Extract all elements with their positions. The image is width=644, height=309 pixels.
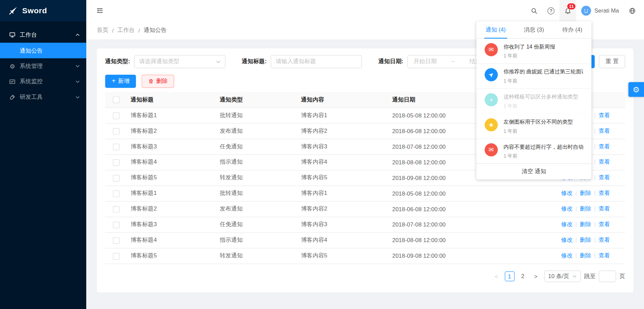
sidebar-item-notice[interactable]: 通知公告	[0, 43, 86, 58]
cell-date: 2018-08-08 12:00:00	[389, 232, 558, 248]
sidebar-item-dev-tools[interactable]: 研发工具	[0, 90, 86, 105]
row-checkbox[interactable]	[113, 190, 120, 197]
row-checkbox[interactable]	[113, 253, 120, 259]
column-content: 通知内容	[298, 92, 389, 108]
user-menu[interactable]: Serati Ma	[576, 0, 624, 21]
app-root: Sword 工作台 通知公告 ⚙ 系统管理 系统监	[0, 0, 644, 309]
breadcrumb-current: 通知公告	[144, 27, 167, 34]
table-row: 博客标题2 发布通知 博客内容2 2018-06-08 12:00:00 修改|…	[105, 201, 625, 217]
row-action-view[interactable]: 查看	[598, 112, 610, 118]
select-all-checkbox[interactable]	[113, 97, 120, 103]
tab-notifications[interactable]: 通知 (4)	[477, 21, 515, 38]
theme-settings-button[interactable]: ⚙	[628, 82, 644, 97]
cell-content: 博客内容1	[298, 186, 389, 201]
table-row: 博客标题3 任免通知 博客内容3 2018-07-08 12:00:00 修改|…	[105, 217, 625, 232]
next-page-button[interactable]: >	[531, 271, 541, 281]
add-button[interactable]: + 新增	[105, 75, 136, 88]
breadcrumb-home[interactable]: 首页	[97, 27, 108, 34]
tab-todos[interactable]: 待办 (4)	[553, 21, 591, 38]
menu-fold-icon[interactable]	[96, 7, 104, 15]
notification-item[interactable]: ➤ 你推荐的 曲妮妮 已通过第三轮面试 1 年前	[477, 63, 592, 89]
notification-tabs: 通知 (4) 消息 (3) 待办 (4)	[477, 21, 592, 39]
row-checkbox[interactable]	[113, 112, 120, 119]
action-divider: |	[575, 236, 577, 243]
row-checkbox[interactable]	[113, 206, 120, 213]
row-action-view[interactable]: 查看	[598, 252, 610, 258]
row-action-edit[interactable]: 修改	[561, 236, 573, 243]
notification-title: 你收到了 14 份新周报	[503, 43, 555, 51]
row-checkbox[interactable]	[113, 237, 120, 243]
notification-item[interactable]: ★ 左侧图标用于区分不同的类型 1 年前	[477, 114, 592, 139]
reset-button[interactable]: 重 置	[599, 55, 625, 68]
cell-title: 博客标题4	[127, 232, 216, 248]
logo[interactable]: Sword	[0, 0, 86, 21]
row-action-delete[interactable]: 删除	[580, 221, 591, 228]
action-divider: |	[594, 127, 595, 134]
cell-title: 博客标题3	[127, 139, 216, 154]
help-icon[interactable]: ?	[542, 0, 559, 21]
sidebar-item-workbench[interactable]: 工作台	[0, 27, 86, 43]
breadcrumb-separator: /	[112, 27, 114, 34]
cell-type: 发布通知	[216, 201, 298, 217]
page-size-select[interactable]: 10 条/页	[544, 270, 581, 282]
row-checkbox[interactable]	[113, 144, 120, 150]
row-action-view[interactable]: 查看	[598, 143, 610, 149]
row-action-edit[interactable]: 修改	[561, 190, 573, 196]
row-checkbox[interactable]	[113, 222, 120, 228]
cell-title: 博客标题5	[127, 248, 216, 263]
row-action-edit[interactable]: 修改	[561, 252, 573, 258]
action-divider: |	[594, 174, 595, 181]
row-action-edit[interactable]: 修改	[561, 221, 573, 228]
cell-type: 转发通知	[216, 248, 298, 263]
row-action-view[interactable]: 查看	[598, 190, 610, 196]
sidebar-item-system-monitor[interactable]: 系统监控	[0, 74, 86, 90]
row-checkbox[interactable]	[113, 175, 120, 181]
clear-notifications-button[interactable]: 清空 通知	[477, 163, 592, 179]
row-action-view[interactable]: 查看	[598, 236, 610, 243]
topbar-actions: ? 11 Serati Ma	[526, 0, 641, 21]
chevron-down-icon	[75, 96, 79, 98]
jump-page-input[interactable]	[599, 270, 616, 282]
language-globe-icon[interactable]	[624, 0, 641, 21]
notice-title-input[interactable]: 请输入通知标题	[271, 55, 362, 68]
cell-title: 博客标题2	[127, 201, 216, 217]
prev-page-button[interactable]: <	[491, 271, 501, 281]
tab-messages[interactable]: 消息 (3)	[515, 21, 553, 38]
notification-item[interactable]: ✉ 你收到了 14 份新周报 1 年前	[477, 39, 592, 64]
action-divider: |	[575, 205, 577, 212]
action-divider: |	[594, 143, 595, 149]
notification-item[interactable]: + 这种模板可以区分多种通知类型 1 年前	[477, 89, 592, 114]
row-action-delete[interactable]: 删除	[580, 236, 591, 243]
row-action-delete[interactable]: 删除	[580, 252, 591, 258]
notification-item[interactable]: ✉ 内容不要超过两行字，超出时自动截断 1 年前	[477, 139, 592, 164]
sidebar: Sword 工作台 通知公告 ⚙ 系统管理 系统监	[0, 0, 86, 309]
cell-date: 2018-07-08 12:00:00	[389, 217, 558, 232]
row-action-view[interactable]: 查看	[598, 159, 610, 165]
row-action-edit[interactable]: 修改	[561, 205, 573, 212]
cell-type: 指示通知	[216, 154, 298, 170]
page-button-2[interactable]: 2	[518, 271, 527, 281]
row-action-view[interactable]: 查看	[598, 205, 610, 212]
row-action-delete[interactable]: 删除	[580, 205, 591, 212]
notice-type-select[interactable]: 请选择通知类型	[134, 55, 225, 68]
row-checkbox[interactable]	[113, 128, 120, 134]
row-action-view[interactable]: 查看	[598, 174, 610, 181]
row-action-view[interactable]: 查看	[598, 127, 610, 134]
row-action-view[interactable]: 查看	[598, 221, 610, 228]
chevron-up-icon	[75, 34, 79, 36]
action-divider: |	[594, 236, 595, 243]
cell-actions: 修改|删除|查看	[558, 232, 625, 248]
row-action-delete[interactable]: 删除	[580, 190, 591, 196]
delete-button[interactable]: 删除	[142, 75, 175, 88]
sidebar-item-system-management[interactable]: ⚙ 系统管理	[0, 58, 86, 74]
row-checkbox[interactable]	[113, 159, 120, 166]
topbar: ? 11 Serati Ma	[86, 0, 644, 21]
page-button-1[interactable]: 1	[505, 271, 515, 281]
breadcrumb-workbench[interactable]: 工作台	[118, 27, 135, 34]
notifications-bell-button[interactable]: 11	[559, 0, 576, 21]
search-icon[interactable]	[526, 0, 543, 21]
cell-type: 批转通知	[216, 186, 298, 201]
sidebar-menu: 工作台 通知公告 ⚙ 系统管理 系统监控	[0, 21, 86, 105]
mail-icon: ✉	[485, 143, 498, 157]
mail-icon: ✉	[485, 43, 498, 56]
